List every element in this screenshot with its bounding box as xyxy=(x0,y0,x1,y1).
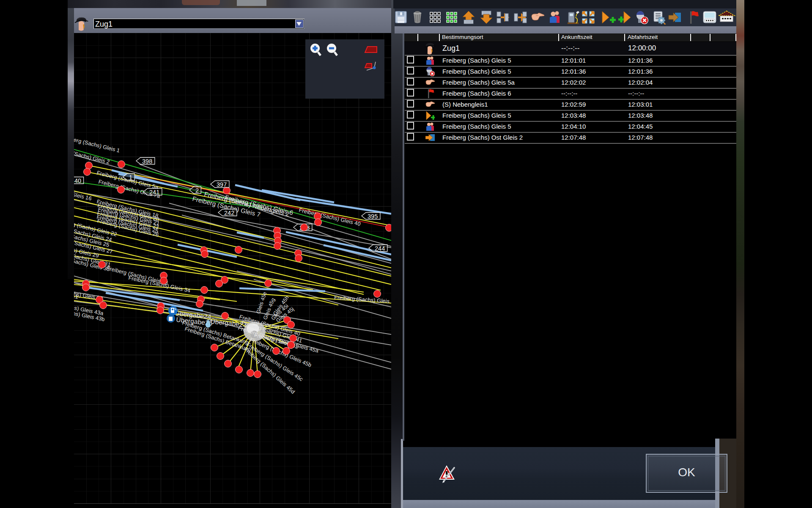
svg-text:398: 398 xyxy=(142,158,152,165)
svg-text:40: 40 xyxy=(74,177,81,184)
svg-text:244: 244 xyxy=(375,245,385,252)
svg-text:242: 242 xyxy=(224,210,234,216)
svg-text:397: 397 xyxy=(217,181,227,188)
svg-text:241: 241 xyxy=(149,189,159,196)
svg-text:1: 1 xyxy=(129,174,132,181)
svg-text:2: 2 xyxy=(195,187,199,194)
svg-text:395: 395 xyxy=(368,213,378,220)
